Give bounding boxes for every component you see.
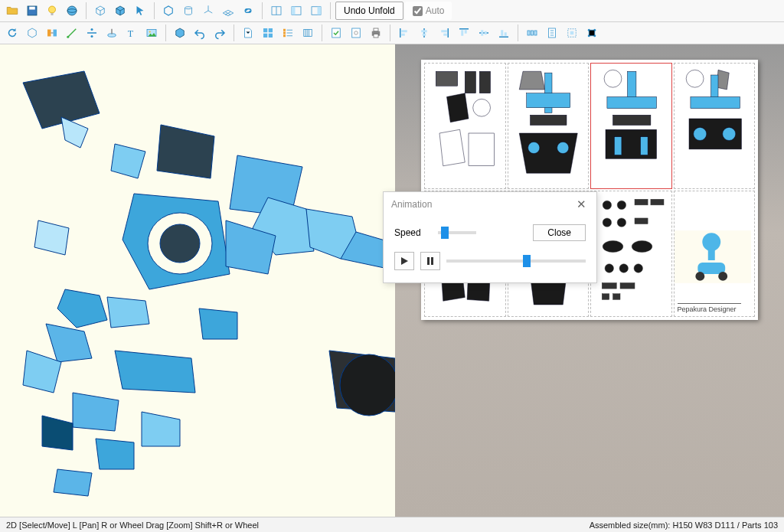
grid-plane-icon[interactable] bbox=[219, 2, 237, 20]
animation-dialog[interactable]: Animation ✕ Speed Close bbox=[383, 191, 597, 283]
product-logo-icon bbox=[674, 194, 752, 317]
auto-checkbox[interactable]: Auto bbox=[405, 2, 452, 20]
sheet-page[interactable] bbox=[590, 191, 672, 317]
svg-rect-43 bbox=[401, 34, 405, 36]
sheet-page[interactable] bbox=[674, 63, 756, 189]
sheet-page[interactable] bbox=[424, 63, 506, 189]
flap-settings-icon[interactable] bbox=[299, 24, 317, 42]
svg-rect-10 bbox=[292, 7, 296, 15]
page-check-icon[interactable] bbox=[327, 24, 345, 42]
align-center-h-icon[interactable] bbox=[415, 24, 433, 42]
cube-shaded-icon[interactable] bbox=[171, 24, 189, 42]
texture-sphere-icon[interactable] bbox=[63, 2, 81, 20]
split-horizontal-icon[interactable] bbox=[267, 2, 286, 20]
svg-rect-115 bbox=[641, 137, 648, 155]
svg-rect-54 bbox=[481, 30, 483, 36]
sheet-page-selected[interactable] bbox=[590, 63, 672, 189]
divide-icon[interactable] bbox=[83, 24, 101, 42]
svg-rect-12 bbox=[318, 7, 322, 15]
svg-point-108 bbox=[557, 142, 568, 153]
lightbulb-icon[interactable] bbox=[43, 2, 61, 20]
frame-icon[interactable] bbox=[563, 24, 581, 42]
sheet-page-logo[interactable]: Pepakura Designer bbox=[674, 191, 756, 317]
svg-rect-58 bbox=[505, 32, 507, 36]
join-parts-icon[interactable] bbox=[43, 24, 61, 42]
svg-marker-117 bbox=[717, 70, 729, 90]
auto-checkbox-label: Auto bbox=[426, 5, 445, 16]
svg-rect-26 bbox=[263, 34, 267, 38]
svg-marker-85 bbox=[107, 297, 149, 328]
link-icon[interactable] bbox=[239, 2, 257, 20]
svg-point-109 bbox=[604, 70, 622, 87]
designer-label: Pepakura Designer bbox=[678, 303, 742, 313]
unfold-page-icon[interactable] bbox=[239, 24, 257, 42]
cube-icon[interactable] bbox=[159, 2, 178, 20]
hexagon-icon[interactable] bbox=[23, 24, 41, 42]
align-left-icon[interactable] bbox=[395, 24, 413, 42]
edit-edge-icon[interactable] bbox=[63, 24, 81, 42]
svg-marker-102 bbox=[519, 71, 544, 90]
axes-icon[interactable] bbox=[199, 2, 217, 20]
undo-unfold-button[interactable]: Undo Unfold bbox=[335, 2, 403, 20]
distribute-h-icon[interactable] bbox=[523, 24, 541, 42]
panel-right-icon[interactable] bbox=[307, 2, 325, 20]
save-icon[interactable] bbox=[23, 2, 41, 20]
svg-rect-113 bbox=[606, 129, 657, 158]
play-button[interactable] bbox=[394, 252, 414, 270]
cube-wireframe-icon[interactable] bbox=[91, 2, 109, 20]
svg-point-6 bbox=[185, 7, 192, 9]
svg-marker-72 bbox=[111, 144, 145, 178]
paint-icon[interactable] bbox=[103, 24, 121, 42]
align-top-icon[interactable] bbox=[455, 24, 473, 42]
page-settings-icon[interactable] bbox=[347, 24, 365, 42]
speed-label: Speed bbox=[394, 227, 429, 238]
speed-slider[interactable] bbox=[438, 231, 476, 234]
layout-grid-icon[interactable] bbox=[259, 24, 277, 42]
redo-icon[interactable] bbox=[211, 24, 229, 42]
dialog-titlebar[interactable]: Animation ✕ bbox=[384, 192, 596, 217]
close-icon[interactable]: ✕ bbox=[573, 197, 589, 212]
panel-left-icon[interactable] bbox=[287, 2, 305, 20]
text-icon[interactable]: T bbox=[122, 24, 141, 42]
align-right-icon[interactable] bbox=[435, 24, 453, 42]
cylinder-icon[interactable] bbox=[179, 2, 198, 20]
svg-rect-1 bbox=[29, 7, 35, 10]
svg-point-4 bbox=[67, 6, 77, 15]
sheet-page[interactable] bbox=[508, 63, 590, 189]
align-middle-icon[interactable] bbox=[475, 24, 493, 42]
svg-point-116 bbox=[686, 70, 704, 87]
svg-rect-24 bbox=[263, 28, 267, 32]
progress-slider[interactable] bbox=[446, 259, 586, 263]
cube-solid-icon[interactable] bbox=[111, 2, 129, 20]
svg-marker-92 bbox=[142, 412, 180, 446]
svg-point-121 bbox=[693, 127, 706, 140]
svg-rect-61 bbox=[534, 31, 537, 35]
svg-rect-30 bbox=[283, 34, 286, 37]
svg-rect-119 bbox=[690, 97, 740, 109]
undo-icon[interactable] bbox=[191, 24, 209, 42]
list-icon[interactable] bbox=[279, 24, 297, 42]
svg-rect-111 bbox=[607, 97, 657, 109]
nodes-icon[interactable] bbox=[583, 24, 601, 42]
auto-checkbox-input[interactable] bbox=[413, 6, 423, 16]
svg-point-18 bbox=[91, 35, 93, 38]
print-icon[interactable] bbox=[367, 24, 385, 42]
align-bottom-icon[interactable] bbox=[495, 24, 513, 42]
svg-rect-51 bbox=[461, 30, 463, 36]
arrow-cursor-icon[interactable] bbox=[131, 2, 149, 20]
svg-marker-71 bbox=[157, 125, 214, 178]
svg-rect-42 bbox=[401, 30, 407, 32]
image-icon[interactable] bbox=[142, 24, 161, 42]
close-button[interactable]: Close bbox=[533, 224, 586, 241]
page-fit-icon[interactable] bbox=[543, 24, 561, 42]
status-left: 2D [Select/Move] L [Pan] R or Wheel Drag… bbox=[6, 521, 259, 530]
3d-viewport[interactable] bbox=[0, 44, 395, 517]
rotate-cw-icon[interactable] bbox=[3, 24, 21, 42]
svg-point-156 bbox=[695, 272, 704, 281]
svg-point-137 bbox=[617, 201, 626, 209]
svg-marker-90 bbox=[42, 416, 73, 450]
svg-rect-60 bbox=[531, 31, 534, 35]
open-file-icon[interactable] bbox=[3, 2, 21, 20]
pause-button[interactable] bbox=[420, 252, 440, 270]
svg-rect-57 bbox=[501, 30, 503, 36]
